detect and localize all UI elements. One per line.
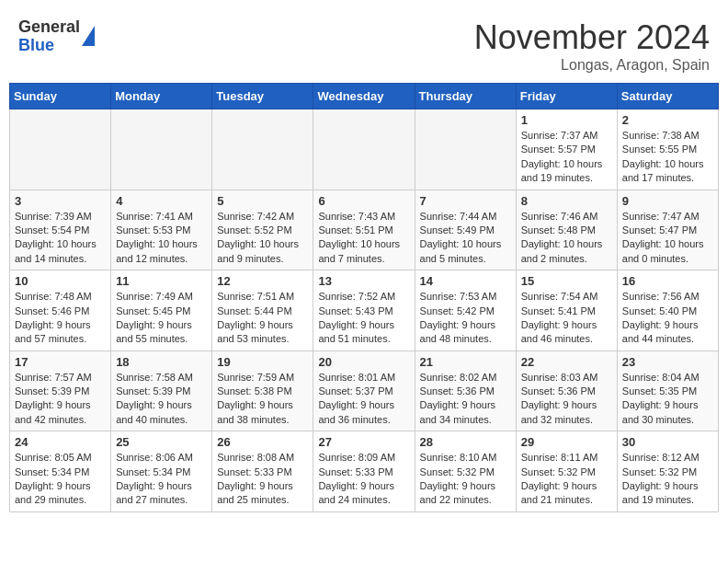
- day-info: Sunrise: 7:49 AM Sunset: 5:45 PM Dayligh…: [116, 290, 207, 347]
- day-number: 23: [622, 355, 713, 369]
- calendar-cell: [10, 109, 111, 190]
- day-info: Sunrise: 7:41 AM Sunset: 5:53 PM Dayligh…: [116, 210, 207, 267]
- calendar-header-sunday: Sunday: [10, 84, 111, 109]
- day-info: Sunrise: 7:48 AM Sunset: 5:46 PM Dayligh…: [15, 290, 106, 347]
- calendar-cell: 27Sunrise: 8:09 AM Sunset: 5:33 PM Dayli…: [313, 431, 415, 512]
- day-number: 12: [217, 274, 308, 288]
- day-number: 4: [116, 194, 207, 208]
- calendar-cell: 21Sunrise: 8:02 AM Sunset: 5:36 PM Dayli…: [415, 350, 516, 431]
- calendar-cell: 19Sunrise: 7:59 AM Sunset: 5:38 PM Dayli…: [212, 350, 313, 431]
- calendar-header-friday: Friday: [516, 84, 617, 109]
- day-info: Sunrise: 7:47 AM Sunset: 5:47 PM Dayligh…: [622, 210, 713, 267]
- calendar-cell: 7Sunrise: 7:44 AM Sunset: 5:49 PM Daylig…: [415, 190, 516, 270]
- day-info: Sunrise: 8:09 AM Sunset: 5:33 PM Dayligh…: [318, 451, 409, 508]
- calendar-cell: 11Sunrise: 7:49 AM Sunset: 5:45 PM Dayli…: [111, 270, 212, 351]
- calendar-cell: [111, 109, 212, 190]
- day-info: Sunrise: 7:54 AM Sunset: 5:41 PM Dayligh…: [521, 290, 612, 347]
- day-info: Sunrise: 7:42 AM Sunset: 5:52 PM Dayligh…: [217, 210, 308, 267]
- page-header: General Blue November 2024 Longas, Arago…: [9, 9, 719, 78]
- calendar-cell: 14Sunrise: 7:53 AM Sunset: 5:42 PM Dayli…: [415, 270, 516, 351]
- calendar-cell: 4Sunrise: 7:41 AM Sunset: 5:53 PM Daylig…: [111, 190, 212, 270]
- day-info: Sunrise: 7:43 AM Sunset: 5:51 PM Dayligh…: [318, 210, 409, 267]
- calendar-cell: 18Sunrise: 7:58 AM Sunset: 5:39 PM Dayli…: [111, 350, 212, 431]
- calendar-cell: 25Sunrise: 8:06 AM Sunset: 5:34 PM Dayli…: [111, 431, 212, 512]
- calendar-table: SundayMondayTuesdayWednesdayThursdayFrid…: [9, 83, 719, 512]
- calendar-cell: 23Sunrise: 8:04 AM Sunset: 5:35 PM Dayli…: [617, 350, 718, 431]
- calendar-cell: 9Sunrise: 7:47 AM Sunset: 5:47 PM Daylig…: [617, 190, 718, 270]
- calendar-cell: 10Sunrise: 7:48 AM Sunset: 5:46 PM Dayli…: [10, 270, 111, 351]
- day-info: Sunrise: 7:59 AM Sunset: 5:38 PM Dayligh…: [217, 371, 308, 428]
- day-number: 10: [15, 274, 106, 288]
- month-title: November 2024: [474, 18, 710, 57]
- day-number: 6: [318, 194, 409, 208]
- day-info: Sunrise: 8:10 AM Sunset: 5:32 PM Dayligh…: [420, 451, 511, 508]
- day-number: 27: [318, 435, 409, 449]
- calendar-cell: 28Sunrise: 8:10 AM Sunset: 5:32 PM Dayli…: [415, 431, 516, 512]
- calendar-header-thursday: Thursday: [415, 84, 516, 109]
- day-number: 5: [217, 194, 308, 208]
- day-info: Sunrise: 7:44 AM Sunset: 5:49 PM Dayligh…: [420, 210, 511, 267]
- location: Longas, Aragon, Spain: [474, 57, 710, 74]
- logo-arrow-icon: [82, 26, 95, 46]
- calendar-cell: 16Sunrise: 7:56 AM Sunset: 5:40 PM Dayli…: [617, 270, 718, 351]
- day-number: 22: [521, 355, 612, 369]
- day-number: 11: [116, 274, 207, 288]
- day-info: Sunrise: 8:11 AM Sunset: 5:32 PM Dayligh…: [521, 451, 612, 508]
- calendar-cell: 26Sunrise: 8:08 AM Sunset: 5:33 PM Dayli…: [212, 431, 313, 512]
- day-number: 16: [622, 274, 713, 288]
- day-info: Sunrise: 8:05 AM Sunset: 5:34 PM Dayligh…: [15, 451, 106, 508]
- calendar-cell: 5Sunrise: 7:42 AM Sunset: 5:52 PM Daylig…: [212, 190, 313, 270]
- day-info: Sunrise: 7:51 AM Sunset: 5:44 PM Dayligh…: [217, 290, 308, 347]
- title-section: November 2024 Longas, Aragon, Spain: [474, 18, 710, 74]
- day-number: 30: [622, 435, 713, 449]
- calendar-header-tuesday: Tuesday: [212, 84, 313, 109]
- logo-text: General Blue: [18, 18, 80, 55]
- day-info: Sunrise: 8:08 AM Sunset: 5:33 PM Dayligh…: [217, 451, 308, 508]
- calendar-cell: 30Sunrise: 8:12 AM Sunset: 5:32 PM Dayli…: [617, 431, 718, 512]
- calendar-cell: 20Sunrise: 8:01 AM Sunset: 5:37 PM Dayli…: [313, 350, 415, 431]
- day-info: Sunrise: 7:56 AM Sunset: 5:40 PM Dayligh…: [622, 290, 713, 347]
- calendar-header-wednesday: Wednesday: [313, 84, 415, 109]
- day-number: 29: [521, 435, 612, 449]
- day-number: 8: [521, 194, 612, 208]
- logo-blue: Blue: [18, 37, 80, 55]
- day-number: 25: [116, 435, 207, 449]
- calendar-cell: 13Sunrise: 7:52 AM Sunset: 5:43 PM Dayli…: [313, 270, 415, 351]
- day-info: Sunrise: 8:04 AM Sunset: 5:35 PM Dayligh…: [622, 371, 713, 428]
- day-number: 14: [420, 274, 511, 288]
- calendar-cell: [212, 109, 313, 190]
- logo: General Blue: [18, 18, 95, 55]
- day-number: 20: [318, 355, 409, 369]
- day-number: 18: [116, 355, 207, 369]
- day-number: 28: [420, 435, 511, 449]
- day-info: Sunrise: 7:37 AM Sunset: 5:57 PM Dayligh…: [521, 129, 612, 186]
- logo-general: General: [18, 18, 80, 37]
- calendar-cell: 8Sunrise: 7:46 AM Sunset: 5:48 PM Daylig…: [516, 190, 617, 270]
- day-number: 3: [15, 194, 106, 208]
- day-info: Sunrise: 7:57 AM Sunset: 5:39 PM Dayligh…: [15, 371, 106, 428]
- day-info: Sunrise: 7:46 AM Sunset: 5:48 PM Dayligh…: [521, 210, 612, 267]
- calendar-header-saturday: Saturday: [617, 84, 718, 109]
- calendar-cell: 17Sunrise: 7:57 AM Sunset: 5:39 PM Dayli…: [10, 350, 111, 431]
- calendar-cell: 22Sunrise: 8:03 AM Sunset: 5:36 PM Dayli…: [516, 350, 617, 431]
- day-number: 21: [420, 355, 511, 369]
- day-info: Sunrise: 7:52 AM Sunset: 5:43 PM Dayligh…: [318, 290, 409, 347]
- day-info: Sunrise: 7:58 AM Sunset: 5:39 PM Dayligh…: [116, 371, 207, 428]
- day-info: Sunrise: 7:53 AM Sunset: 5:42 PM Dayligh…: [420, 290, 511, 347]
- calendar-header-monday: Monday: [111, 84, 212, 109]
- day-number: 19: [217, 355, 308, 369]
- calendar-cell: 3Sunrise: 7:39 AM Sunset: 5:54 PM Daylig…: [10, 190, 111, 270]
- calendar-cell: 2Sunrise: 7:38 AM Sunset: 5:55 PM Daylig…: [617, 109, 718, 190]
- day-number: 17: [15, 355, 106, 369]
- day-number: 9: [622, 194, 713, 208]
- day-number: 24: [15, 435, 106, 449]
- calendar-cell: [313, 109, 415, 190]
- calendar-cell: 24Sunrise: 8:05 AM Sunset: 5:34 PM Dayli…: [10, 431, 111, 512]
- day-number: 1: [521, 113, 612, 127]
- calendar-cell: [415, 109, 516, 190]
- day-info: Sunrise: 8:12 AM Sunset: 5:32 PM Dayligh…: [622, 451, 713, 508]
- day-number: 15: [521, 274, 612, 288]
- calendar-cell: 6Sunrise: 7:43 AM Sunset: 5:51 PM Daylig…: [313, 190, 415, 270]
- calendar-cell: 1Sunrise: 7:37 AM Sunset: 5:57 PM Daylig…: [516, 109, 617, 190]
- day-info: Sunrise: 8:03 AM Sunset: 5:36 PM Dayligh…: [521, 371, 612, 428]
